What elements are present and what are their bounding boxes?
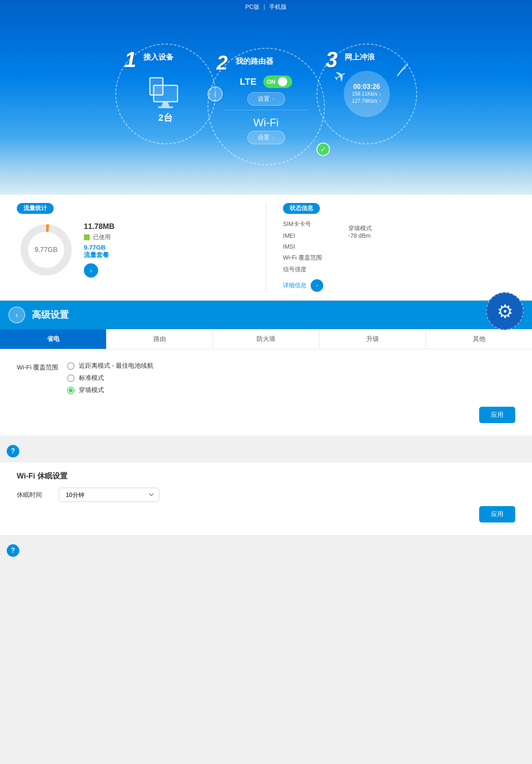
wifi-sleep-title: Wi-Fi 休眠设置 bbox=[17, 471, 515, 481]
tab-routing[interactable]: 路由 bbox=[106, 329, 213, 349]
radio-wall-penetrate[interactable]: 穿墙模式 bbox=[67, 386, 153, 394]
internet-circle: 3 网上冲浪 ✈ 00:03:26 159.11Kb/s ↓ 127.79Kb bbox=[317, 44, 417, 144]
speed-up: 127.79Kb/s ↑ bbox=[352, 98, 381, 105]
lte-toggle[interactable]: ON bbox=[263, 75, 292, 88]
tablet-icon bbox=[149, 77, 163, 96]
traffic-detail-btn[interactable]: › bbox=[84, 263, 98, 278]
imei-key: IMEI bbox=[283, 232, 325, 239]
internet-stats-bubble: 00:03:26 159.11Kb/s ↓ 127.79Kb/s ↑ bbox=[344, 71, 390, 117]
back-button[interactable]: ‹ bbox=[8, 307, 25, 323]
tabs-row: 省电 路由 防火墙 升级 其他 bbox=[0, 329, 532, 349]
lte-settings-btn[interactable]: 设置 › bbox=[247, 92, 285, 106]
circle3-title: 网上冲浪 bbox=[345, 52, 375, 62]
coverage-radio-group: 近距离模式 - 最佳电池续航 标准模式 穿墙模式 bbox=[67, 362, 153, 394]
version-separator: | bbox=[263, 3, 265, 10]
wifi-coverage-key: Wi-Fi 覆盖范围 bbox=[283, 254, 325, 262]
wifi-coverage-row: Wi-Fi 覆盖范围 近距离模式 - 最佳电池续航 标准模式 穿墙模式 bbox=[17, 362, 515, 394]
radio-circle-2 bbox=[67, 374, 75, 382]
status-badge: 状态信息 bbox=[283, 203, 320, 214]
radio-short-range[interactable]: 近距离模式 - 最佳电池续航 bbox=[67, 362, 153, 370]
donut-center-label: 9.77GB bbox=[34, 246, 57, 254]
circle2-title: 我的路由器 bbox=[236, 56, 273, 66]
sleep-time-select[interactable]: 10分钟 15分钟 30分钟 从不 bbox=[59, 488, 159, 502]
toggle-text: ON bbox=[267, 78, 275, 85]
detail-btn[interactable]: › bbox=[311, 279, 323, 292]
radio-label-2: 标准模式 bbox=[79, 374, 104, 382]
circle1-title: 接入设备 bbox=[143, 52, 174, 62]
sim-key: SIM卡卡号 bbox=[283, 221, 325, 228]
radio-standard[interactable]: 标准模式 bbox=[67, 374, 153, 382]
help-icon-1[interactable]: ? bbox=[7, 445, 19, 457]
devices-circle: 1 接入设备 2台 › bbox=[115, 44, 216, 144]
detail-link[interactable]: 详细信息 bbox=[283, 282, 306, 289]
connection-time: 00:03:26 bbox=[353, 83, 380, 91]
traffic-stats: 流量统计 9.77GB 11.78MB 已使用 9.77GB bbox=[17, 203, 266, 292]
radio-label-1: 近距离模式 - 最佳电池续航 bbox=[79, 362, 153, 370]
used-dot bbox=[84, 234, 90, 240]
speed-down: 159.11Kb/s ↓ bbox=[352, 91, 381, 98]
pc-version[interactable]: PC版 bbox=[245, 3, 259, 10]
router-circle: 2 我的路由器 LTE ON 设置 › Wi-Fi bbox=[208, 48, 325, 165]
radio-circle-1 bbox=[67, 362, 75, 370]
lte-label: LTE bbox=[240, 76, 257, 87]
sleep-row: 休眠时间 10分钟 15分钟 30分钟 从不 bbox=[17, 488, 515, 502]
mobile-version[interactable]: 手机版 bbox=[269, 3, 287, 10]
wifi-sleep-section: Wi-Fi 休眠设置 休眠时间 10分钟 15分钟 30分钟 从不 应用 bbox=[0, 463, 532, 535]
check-indicator: ✓ bbox=[317, 143, 330, 156]
tab-power-save[interactable]: 省电 bbox=[0, 329, 106, 349]
advanced-title: 高级设置 bbox=[32, 309, 69, 321]
tab-upgrade[interactable]: 升级 bbox=[319, 329, 426, 349]
advanced-header: ‹ 高级设置 ⚙ bbox=[0, 301, 532, 329]
signal-key: 信号强度 bbox=[283, 266, 325, 273]
status-info: 状态信息 SIM卡卡号 IMEI IMSI Wi-Fi 覆盖范围 bbox=[266, 203, 515, 292]
wifi-label: Wi-Fi bbox=[253, 116, 279, 129]
device-count: 2台 bbox=[158, 112, 172, 124]
wifi-signal-icon bbox=[387, 61, 408, 80]
tab-other[interactable]: 其他 bbox=[426, 329, 532, 349]
imsi-key: IMSI bbox=[283, 243, 325, 250]
settings-content: Wi-Fi 覆盖范围 近距离模式 - 最佳电池续航 标准模式 穿墙模式 应用 bbox=[0, 349, 532, 436]
wall-mode-label: 穿墙模式 bbox=[348, 225, 372, 232]
gear-icon: ⚙ bbox=[497, 301, 513, 322]
donut-chart: 9.77GB bbox=[17, 221, 75, 279]
radio-label-3: 穿墙模式 bbox=[79, 386, 104, 394]
apply-button-2[interactable]: 应用 bbox=[479, 506, 515, 522]
help-section-2: ? bbox=[0, 539, 532, 562]
stats-section: 流量统计 9.77GB 11.78MB 已使用 9.77GB bbox=[0, 195, 532, 301]
circle1-num: 1 bbox=[125, 49, 137, 70]
signal-strength-val: -78 dBm bbox=[348, 232, 372, 239]
wifi-settings-btn[interactable]: 设置 › bbox=[247, 131, 285, 144]
tab-firewall[interactable]: 防火墙 bbox=[213, 329, 319, 349]
radio-circle-3 bbox=[67, 387, 75, 394]
wifi-coverage-label: Wi-Fi 覆盖范围 bbox=[17, 362, 59, 372]
package-label[interactable]: 流量套餐 bbox=[84, 251, 109, 258]
used-size: 11.78MB bbox=[84, 222, 114, 231]
apply-button-1[interactable]: 应用 bbox=[479, 407, 515, 423]
advanced-settings-section: ‹ 高级设置 ⚙ bbox=[0, 301, 532, 329]
gear-circle: ⚙ bbox=[486, 292, 524, 330]
used-label: 已使用 bbox=[93, 234, 111, 241]
sleep-label: 休眠时间 bbox=[17, 491, 50, 499]
remaining-link[interactable]: 9.77GB bbox=[84, 244, 106, 251]
help-icon-2[interactable]: ? bbox=[7, 544, 19, 557]
circle2-num: 2 bbox=[217, 53, 228, 73]
circle3-num: 3 bbox=[326, 49, 338, 70]
help-section-1: ? bbox=[0, 440, 532, 463]
traffic-badge: 流量统计 bbox=[17, 203, 54, 214]
